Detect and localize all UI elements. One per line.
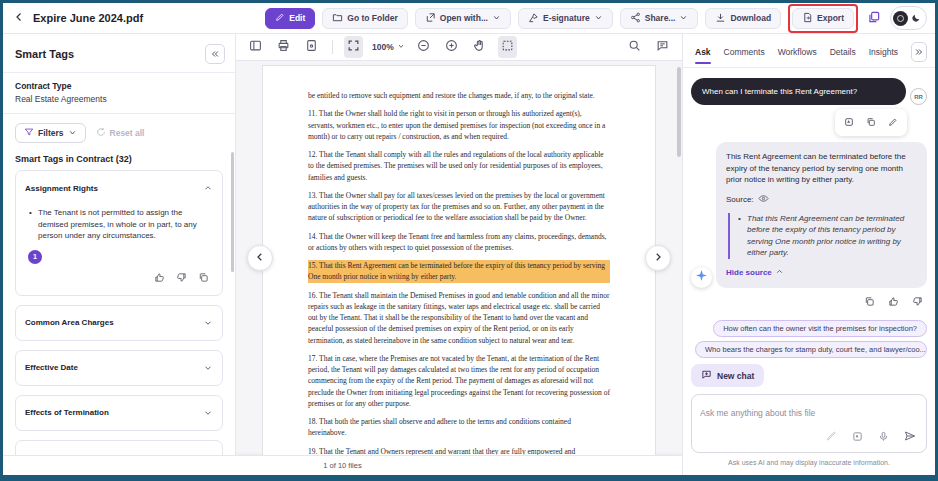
document-canvas[interactable]: be entitled to remove such equipment and… xyxy=(236,61,682,455)
accordion-effects-of-termination[interactable]: Effects of Termination xyxy=(15,395,223,431)
tab-insights[interactable]: Insights xyxy=(869,45,898,64)
filters-button[interactable]: Filters xyxy=(15,123,86,143)
citation-badge[interactable]: 1 xyxy=(28,250,42,264)
pdf-viewer: 100% be entitled to remove such xyxy=(236,34,682,455)
signature-pen-icon xyxy=(528,12,539,25)
ask-input[interactable] xyxy=(700,408,918,418)
sidebar-scrollbar[interactable] xyxy=(231,152,234,272)
collapse-panel-button[interactable] xyxy=(911,42,927,62)
new-chat-button[interactable]: New chat xyxy=(691,364,764,387)
app-window: Expire June 2024.pdf Edit Go to Folder O… xyxy=(0,0,938,481)
pan-tool-button[interactable] xyxy=(470,36,489,58)
reset-all-button[interactable]: Reset all xyxy=(96,127,145,139)
tab-comments[interactable]: Comments xyxy=(724,45,765,64)
export-button[interactable]: Export xyxy=(792,8,854,29)
smart-tags-count-heading: Smart Tags in Contract (32) xyxy=(3,150,235,170)
accordion-expiration-date[interactable]: Expiration Date xyxy=(15,440,223,455)
user-avatar-badge: RR xyxy=(910,88,927,105)
chevron-left-icon xyxy=(13,11,25,26)
thumbs-up-button[interactable] xyxy=(153,270,166,287)
quill-button[interactable] xyxy=(824,428,839,447)
eye-icon[interactable] xyxy=(758,193,769,208)
download-icon xyxy=(715,12,726,25)
chat-thread: When can I terminate this Rent Agreement… xyxy=(683,68,935,358)
suggestion-pill[interactable]: How often can the owner visit the premis… xyxy=(713,320,927,337)
e-signature-button[interactable]: E-signature xyxy=(518,8,613,29)
zoom-level-button[interactable]: 100% xyxy=(372,42,405,52)
user-avatar xyxy=(893,11,908,26)
zoom-out-button[interactable] xyxy=(414,36,433,58)
accordion-effective-date[interactable]: Effective Date xyxy=(15,350,223,386)
comment-button[interactable] xyxy=(653,36,672,58)
send-button[interactable] xyxy=(902,428,918,447)
printer-icon xyxy=(277,39,290,55)
answer-tools xyxy=(691,293,925,312)
download-button[interactable]: Download xyxy=(705,8,781,29)
contract-type-label: Contract Type xyxy=(15,81,223,91)
thumbs-down-button[interactable] xyxy=(910,293,925,312)
copy-question-button[interactable] xyxy=(864,113,878,132)
tab-details[interactable]: Details xyxy=(830,45,856,64)
pdf-paragraph: 12. That the Tenant shall comply with al… xyxy=(308,149,610,183)
pdf-page: be entitled to remove such equipment and… xyxy=(262,65,656,455)
collapse-sidebar-button[interactable] xyxy=(205,44,225,64)
pdf-paragraph: 18. That both the parties shall observe … xyxy=(308,416,610,439)
back-button[interactable] xyxy=(13,11,25,26)
previous-file-button[interactable] xyxy=(247,245,273,271)
thumbs-down-button[interactable] xyxy=(175,270,188,287)
copy-pages-button[interactable] xyxy=(865,8,883,29)
accordion-assignment-rights: Assignment Rights The Tenant is not perm… xyxy=(15,170,223,296)
fit-to-screen-button[interactable] xyxy=(344,36,363,58)
reset-icon xyxy=(96,127,106,139)
insert-image-button[interactable] xyxy=(850,428,865,447)
pdf-paragraph: 13. That the Owner shall pay for all tax… xyxy=(308,190,610,224)
search-icon xyxy=(628,39,641,55)
voice-input-button[interactable] xyxy=(876,428,891,447)
edit-button[interactable]: Edit xyxy=(265,8,315,29)
document-info-button[interactable] xyxy=(302,36,321,58)
pdf-paragraph: 17. That in case, where the Premises are… xyxy=(308,353,610,409)
zoom-in-button[interactable] xyxy=(442,36,461,58)
share-icon xyxy=(630,12,641,25)
go-to-folder-button[interactable]: Go to Folder xyxy=(322,8,408,29)
pdf-paragraph: 14. That the Owner will keep the Tenant … xyxy=(308,231,610,254)
suggestion-pill[interactable]: Who bears the charges for stamp duty, co… xyxy=(695,341,927,358)
hide-source-link[interactable]: Hide source xyxy=(726,267,784,278)
pdf-paragraph: 16. The Tenant shall maintain the Demise… xyxy=(308,290,610,346)
next-file-button[interactable] xyxy=(645,245,671,271)
print-button[interactable] xyxy=(274,36,293,58)
open-with-button[interactable]: Open with... xyxy=(415,8,511,29)
search-button[interactable] xyxy=(625,36,644,58)
share-button[interactable]: Share... xyxy=(620,8,699,29)
accordion-header[interactable]: Assignment Rights xyxy=(16,171,222,205)
viewer-scrollbar[interactable] xyxy=(677,67,681,157)
thumbs-up-button[interactable] xyxy=(886,293,901,312)
source-quote: That this Rent Agreement can be terminat… xyxy=(728,213,917,259)
panel-tabs: Ask Comments Workflows Details Insights xyxy=(683,34,935,68)
thumbs-down-icon xyxy=(912,295,923,310)
copy-icon xyxy=(866,115,876,130)
chevron-down-icon xyxy=(492,13,501,24)
top-bar-actions: Edit Go to Folder Open with... E-signatu… xyxy=(265,4,927,33)
user-message: When can I terminate this Rent Agreement… xyxy=(691,78,906,105)
pencil-icon xyxy=(888,115,898,130)
copy-button[interactable] xyxy=(197,270,210,287)
chevron-down-icon xyxy=(594,13,603,24)
region-select-button[interactable] xyxy=(498,36,517,58)
account-menu[interactable] xyxy=(890,6,927,30)
top-bar: Expire June 2024.pdf Edit Go to Folder O… xyxy=(3,3,935,33)
chevron-down-icon xyxy=(203,449,213,455)
suggested-questions: How often can the owner visit the premis… xyxy=(691,320,927,358)
edit-question-button[interactable] xyxy=(886,113,900,132)
pdf-paragraph: 19. That the Tenant and Owners represent… xyxy=(308,446,610,456)
accordion-common-area-charges[interactable]: Common Area Charges xyxy=(15,305,223,341)
file-count-label: 1 of 10 files xyxy=(323,461,361,470)
tab-ask[interactable]: Ask xyxy=(695,45,711,64)
snippet-button[interactable] xyxy=(842,113,856,132)
thumbnails-panel-button[interactable] xyxy=(246,36,265,58)
tab-workflows[interactable]: Workflows xyxy=(778,45,817,64)
ai-sparkle-icon xyxy=(695,268,708,286)
copy-answer-button[interactable] xyxy=(862,293,877,312)
smart-tag-text: The Tenant is not permitted to assign th… xyxy=(26,207,212,242)
file-pagination-bar: 1 of 10 files xyxy=(3,455,682,475)
